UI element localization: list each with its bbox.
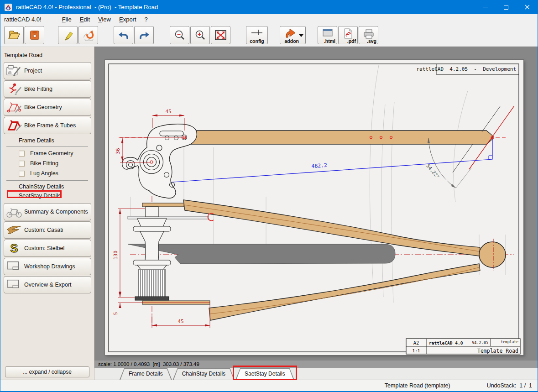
bike-fitting-checkbox[interactable] bbox=[19, 161, 25, 167]
title-block-version: V4.2.05 bbox=[472, 340, 488, 345]
angle-dimension: 54.22° bbox=[425, 138, 471, 188]
addon-dropdown-caret[interactable] bbox=[299, 34, 303, 37]
stelbel-logo-icon: S bbox=[4, 241, 24, 255]
edit-button[interactable] bbox=[58, 26, 78, 44]
zoom-in-button[interactable] bbox=[190, 26, 210, 44]
summary-bike-icon bbox=[4, 205, 24, 219]
redo-button[interactable] bbox=[134, 26, 154, 44]
sidebar-button-summary-components[interactable]: Summary & Components bbox=[4, 203, 91, 220]
checkbox-label: Lug Angles bbox=[30, 170, 58, 177]
refresh-bike-icon bbox=[83, 29, 94, 41]
title-block-logo: rattleCAD 4.0 bbox=[429, 340, 463, 345]
addon-button[interactable]: addon bbox=[280, 26, 306, 44]
checkbox-label: Frame Geometry bbox=[30, 150, 73, 157]
frame-geometry-checkbox[interactable] bbox=[19, 151, 25, 157]
casati-logo-icon bbox=[4, 223, 24, 237]
export-svg-button[interactable]: .svg bbox=[359, 26, 378, 44]
sidebar-button-project[interactable]: Project bbox=[4, 62, 91, 79]
tab-saetstay-details[interactable]: SaetStay Details bbox=[235, 368, 294, 380]
dim-stay-bottom-offset: 45 bbox=[178, 319, 183, 324]
overview-export-icon bbox=[4, 278, 24, 292]
sidebar-button-custom-stelbel[interactable]: S Custom: Stelbel bbox=[4, 240, 91, 257]
html-label: .html bbox=[324, 38, 335, 44]
app-window: rattleCAD 4.0! - Professional - (Pro) - … bbox=[0, 0, 538, 392]
bike-frame-tubes-icon bbox=[4, 119, 24, 132]
minimize-button[interactable] bbox=[475, 0, 496, 14]
addon-label: addon bbox=[285, 38, 299, 44]
sidebar-seatstay-link[interactable]: SeatStay Details bbox=[0, 191, 94, 200]
tab-frame-details[interactable]: Frame Details bbox=[120, 368, 172, 380]
close-button[interactable] bbox=[517, 0, 538, 14]
export-html-button[interactable]: .html bbox=[318, 26, 337, 44]
construction-lines bbox=[131, 65, 506, 303]
fit-view-button[interactable] bbox=[211, 26, 230, 44]
export-pdf-button[interactable]: .pdf bbox=[338, 26, 358, 44]
watermark-text: rattleCAD 4.2.05 - Development bbox=[416, 66, 516, 72]
zoom-in-icon bbox=[194, 29, 206, 41]
zoom-out-icon bbox=[174, 29, 186, 41]
menu-item-view[interactable]: View bbox=[94, 15, 115, 24]
pdf-label: .pdf bbox=[347, 38, 356, 44]
status-undostack: UndoStack: 1 / 1 bbox=[487, 382, 532, 389]
scale-status-strip: scale: 1.0000 / 0.4093 [m] 303.03 / 373.… bbox=[94, 361, 538, 368]
separator bbox=[6, 180, 88, 181]
sidebar-button-bike-fitting[interactable]: Bike Fitting bbox=[4, 80, 91, 98]
html-window-icon bbox=[322, 28, 334, 39]
blue-dimension: 482.2 bbox=[154, 139, 492, 183]
checkbox-label: Bike Fitting bbox=[30, 160, 58, 167]
menu-item-edit[interactable]: Edit bbox=[76, 15, 94, 24]
config-button[interactable]: config bbox=[246, 26, 268, 44]
drawing-paper: rattleCAD 4.2.05 - Development bbox=[105, 60, 523, 355]
drawing-canvas[interactable]: rattleCAD 4.2.05 - Development bbox=[94, 47, 538, 361]
sidebar-button-custom-casati[interactable]: Custom: Casati bbox=[4, 221, 91, 239]
close-icon bbox=[525, 5, 530, 10]
app-icon bbox=[5, 4, 12, 11]
dim-plate-thickness: 5 bbox=[113, 312, 119, 315]
sidebar-button-overview-export[interactable]: Overview & Export bbox=[4, 276, 91, 293]
refresh-button[interactable] bbox=[78, 26, 98, 44]
scale-status: scale: 1.0000 / 0.4093 [m] 303.03 / 373.… bbox=[98, 361, 199, 367]
seatstay-technical-drawing: rattleCAD 4.2.05 - Development bbox=[105, 60, 523, 355]
menu-item-export[interactable]: Export bbox=[115, 15, 141, 24]
sidebar-button-bike-geometry[interactable]: Bike Geometry bbox=[4, 99, 91, 116]
menu-app-label: rattleCAD 4.0! bbox=[0, 15, 45, 24]
seatstay-top-view: 130 5 45 bbox=[113, 196, 514, 328]
dim-drop: 36 bbox=[115, 148, 121, 154]
sidebar-button-bike-frame-tubes[interactable]: Bike Frame & Tubes bbox=[4, 117, 91, 134]
zoom-out-button[interactable] bbox=[170, 26, 189, 44]
menu-item-help[interactable]: ? bbox=[141, 15, 152, 24]
frame-details-header: Frame Details bbox=[0, 135, 94, 145]
workshop-drawings-icon bbox=[4, 260, 24, 273]
sidebar-button-label: Bike Frame & Tubes bbox=[24, 122, 76, 129]
sidebar-button-label: Bike Geometry bbox=[24, 104, 62, 110]
sidebar-chainstay-link[interactable]: ChainStay Details bbox=[0, 182, 94, 191]
checkbox-row-frame-geometry: Frame Geometry bbox=[0, 148, 94, 158]
title-block-title: Template Road bbox=[477, 348, 518, 354]
sidebar-button-label: Overview & Export bbox=[24, 282, 72, 288]
sidebar-button-label: Project bbox=[24, 68, 42, 74]
maximize-button[interactable] bbox=[496, 0, 517, 14]
dim-length: 482.2 bbox=[311, 162, 328, 169]
expand-collapse-button[interactable]: ... expand / collapse bbox=[5, 366, 89, 377]
open-folder-icon bbox=[8, 29, 21, 41]
tab-label: ChainStay Details bbox=[173, 368, 235, 377]
tab-chainstay-details[interactable]: ChainStay Details bbox=[173, 368, 235, 380]
separator bbox=[6, 146, 88, 147]
title-block-sheet: A2 bbox=[413, 340, 419, 345]
open-button[interactable] bbox=[4, 26, 24, 44]
svg-printer-icon bbox=[362, 28, 375, 40]
detail-tab-bar: Frame Details ChainStay Details SaetStay… bbox=[94, 368, 538, 380]
lug-angles-checkbox[interactable] bbox=[19, 171, 25, 177]
sidebar-button-workshop-drawings[interactable]: Workshop Drawings bbox=[4, 258, 91, 275]
sidebar-button-label: Custom: Stelbel bbox=[24, 245, 64, 251]
menu-bar: rattleCAD 4.0! File Edit View Export ? bbox=[0, 14, 538, 24]
dim-hub-width: 130 bbox=[113, 251, 119, 260]
undo-button[interactable] bbox=[114, 26, 133, 44]
project-icon bbox=[4, 64, 24, 78]
save-button[interactable] bbox=[25, 26, 44, 44]
config-label: config bbox=[250, 38, 264, 44]
svg-label: .svg bbox=[367, 38, 376, 44]
fit-view-icon bbox=[214, 29, 227, 41]
minimize-icon bbox=[483, 7, 488, 7]
menu-item-file[interactable]: File bbox=[58, 15, 76, 24]
